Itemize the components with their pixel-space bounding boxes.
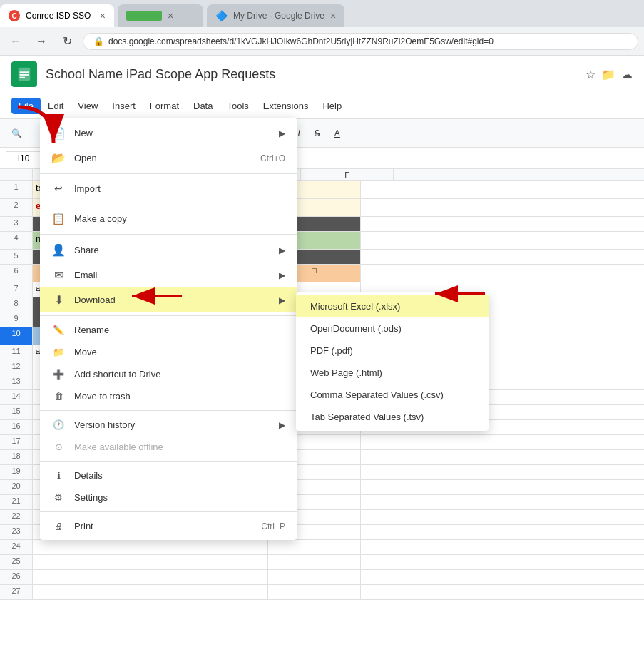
menu-insert[interactable]: Insert	[105, 98, 143, 114]
menu-item-print-label: Print	[74, 521, 252, 531]
cell-e25[interactable]	[175, 555, 268, 569]
back-button[interactable]: ←	[6, 31, 26, 51]
menu-item-shortcut[interactable]: ➕ Add shortcut to Drive	[40, 363, 297, 385]
row-num-20: 20	[0, 480, 33, 494]
menu-item-import[interactable]: ↩ Import	[40, 177, 297, 200]
menu-bar: File Edit View Insert Format Data Tools …	[0, 93, 644, 119]
menu-item-open[interactable]: 📂 Open Ctrl+O	[40, 146, 297, 170]
tab-bar: C Conroe ISD SSO × × 🔷 My Drive - Google…	[0, 0, 644, 27]
rename-icon: ✏️	[51, 325, 66, 335]
sheets-logo-icon	[16, 66, 32, 82]
tab2-close[interactable]: ×	[168, 10, 173, 21]
menu-tools[interactable]: Tools	[220, 98, 255, 114]
row-num-4: 4	[0, 232, 33, 249]
cell-d26[interactable]	[33, 570, 175, 584]
tab-1[interactable]: C Conroe ISD SSO ×	[0, 4, 114, 27]
row-num-5: 5	[0, 250, 33, 264]
tab-3[interactable]: 🔷 My Drive - Google Drive ×	[207, 4, 344, 27]
cell-d24[interactable]	[33, 540, 175, 554]
menu-item-move[interactable]: 📁 Move	[40, 341, 297, 363]
submenu-item-html[interactable]: Web Page (.html)	[296, 362, 489, 384]
menu-format[interactable]: Format	[143, 98, 186, 114]
tab3-close[interactable]: ×	[330, 10, 336, 21]
file-menu: 📄 New ▶ 📂 Open Ctrl+O ↩ Import 📋 Make a …	[40, 118, 297, 540]
table-row: 27	[0, 585, 644, 600]
cell-d25[interactable]	[33, 555, 175, 569]
email-arrow-icon: ▶	[279, 270, 285, 280]
tab3-favicon: 🔷	[215, 10, 228, 21]
row-num-12: 12	[0, 360, 33, 375]
menu-item-trash[interactable]: 🗑 Move to trash	[40, 385, 297, 407]
tab1-close[interactable]: ×	[100, 10, 106, 21]
tab-2[interactable]: ×	[118, 4, 203, 27]
col-header-f[interactable]: F	[301, 169, 394, 180]
details-icon: ℹ	[51, 470, 66, 481]
menu-file[interactable]: File	[11, 98, 41, 114]
tab-separator-2	[205, 9, 205, 23]
row-num-6: 6	[0, 265, 33, 282]
menu-extensions[interactable]: Extensions	[256, 98, 316, 114]
menu-help[interactable]: Help	[315, 98, 349, 114]
row-num-14: 14	[0, 390, 33, 404]
underline-button[interactable]: A	[329, 126, 346, 141]
menu-item-trash-label: Move to trash	[74, 391, 285, 402]
menu-item-email[interactable]: ✉ Email ▶	[40, 263, 297, 287]
trash-icon: 🗑	[51, 391, 66, 402]
lock-icon: 🔒	[93, 36, 104, 46]
email-icon: ✉	[51, 268, 66, 282]
submenu-item-csv[interactable]: Comma Separated Values (.csv)	[296, 384, 489, 406]
submenu-item-xlsx[interactable]: Microsoft Excel (.xlsx)	[296, 295, 489, 317]
cell-e24[interactable]	[175, 540, 268, 554]
cell-d27[interactable]	[33, 585, 175, 599]
menu-item-download[interactable]: ⬇ Download ▶	[40, 287, 297, 312]
submenu-item-pdf[interactable]: PDF (.pdf)	[296, 340, 489, 362]
menu-item-details[interactable]: ℹ Details	[40, 464, 297, 487]
menu-item-makecopy-label: Make a copy	[74, 213, 285, 224]
tab2-favicon	[126, 11, 162, 21]
refresh-button[interactable]: ↻	[57, 31, 77, 51]
menu-item-share[interactable]: 👤 Share ▶	[40, 238, 297, 263]
cell-f25[interactable]	[268, 555, 361, 569]
cell-e26[interactable]	[175, 570, 268, 584]
menu-item-share-label: Share	[74, 245, 270, 255]
row-num-15: 15	[0, 405, 33, 419]
menu-item-offline: ⊙ Make available offline	[40, 436, 297, 458]
menu-item-makecopy[interactable]: 📋 Make a copy	[40, 206, 297, 231]
shortcut-icon: ➕	[51, 369, 66, 380]
tab1-favicon: C	[9, 10, 20, 21]
cloud-icon[interactable]: ☁	[621, 68, 633, 81]
forward-button[interactable]: →	[31, 31, 51, 51]
tab-separator-1	[116, 9, 116, 23]
row-num-7: 7	[0, 282, 33, 297]
strikethrough-button[interactable]: S̶	[309, 126, 326, 141]
submenu-item-tsv[interactable]: Tab Separated Values (.tsv)	[296, 406, 489, 428]
cell-f27[interactable]	[268, 585, 361, 599]
cell-f24[interactable]	[268, 540, 361, 554]
star-icon[interactable]: ☆	[586, 68, 596, 81]
menu-edit[interactable]: Edit	[41, 98, 71, 114]
folder-icon[interactable]: 📁	[601, 68, 615, 81]
menu-item-version-history[interactable]: 🕐 Version history ▶	[40, 414, 297, 436]
sheets-logo	[11, 61, 37, 87]
share-icon: 👤	[51, 243, 66, 257]
table-row: 24	[0, 540, 644, 555]
search-button[interactable]: 🔍	[6, 126, 28, 141]
open-icon: 📂	[51, 151, 66, 165]
cell-e27[interactable]	[175, 585, 268, 599]
menu-item-new[interactable]: 📄 New ▶	[40, 121, 297, 146]
cell-f26[interactable]	[268, 570, 361, 584]
browser-chrome: C Conroe ISD SSO × × 🔷 My Drive - Google…	[0, 0, 644, 56]
submenu-item-ods[interactable]: OpenDocument (.ods)	[296, 317, 489, 340]
cell-reference[interactable]	[6, 151, 41, 165]
row-num-16: 16	[0, 420, 33, 434]
menu-view[interactable]: View	[71, 98, 105, 114]
row-num-3: 3	[0, 217, 33, 231]
address-box[interactable]: 🔒 docs.google.com/spreadsheets/d/1kVGJkH…	[83, 33, 638, 50]
menu-item-settings[interactable]: ⚙ Settings	[40, 487, 297, 509]
menu-divider-5	[40, 410, 297, 411]
menu-item-rename[interactable]: ✏️ Rename	[40, 319, 297, 341]
menu-item-move-label: Move	[74, 347, 285, 357]
version-history-icon: 🕐	[51, 419, 66, 430]
menu-item-print[interactable]: 🖨 Print Ctrl+P	[40, 515, 297, 537]
menu-data[interactable]: Data	[186, 98, 220, 114]
